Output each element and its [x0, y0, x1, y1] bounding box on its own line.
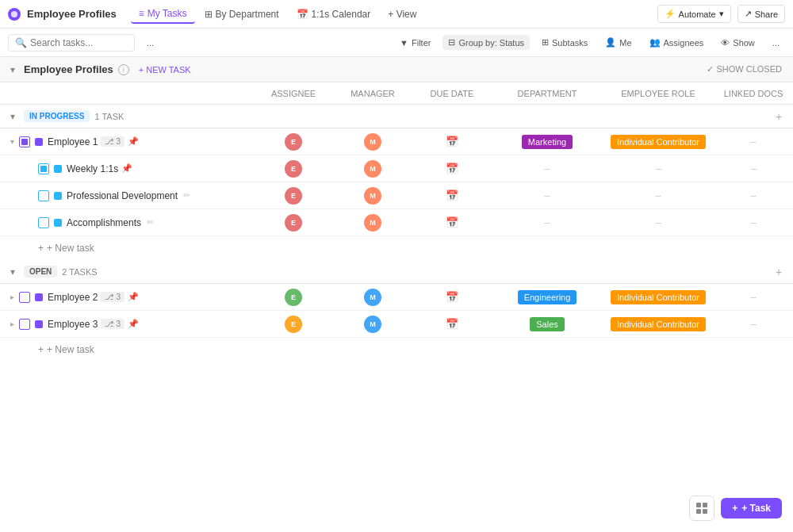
task-pin-icon-emp3[interactable]: 📌: [128, 319, 139, 330]
group-by-button[interactable]: ⊟ Group by: Status: [442, 35, 530, 50]
role-cell-emp2[interactable]: Individual Contributor: [603, 290, 714, 304]
assignee-cell-emp2[interactable]: E: [254, 289, 333, 306]
manager-cell-weekly[interactable]: M: [333, 160, 412, 178]
manager-cell-emp1[interactable]: M: [333, 133, 412, 151]
search-box[interactable]: 🔍: [8, 34, 135, 52]
manager-cell-emp3[interactable]: M: [333, 316, 412, 333]
task-expand-emp3[interactable]: ▸: [6, 319, 17, 330]
add-view-btn[interactable]: + View: [380, 6, 424, 23]
task-name-profdev: Professional Development: [67, 190, 178, 201]
me-button[interactable]: 👤 Me: [600, 35, 637, 50]
share-button[interactable]: ↗ Share: [737, 5, 785, 23]
due-date-cell-emp3[interactable]: 📅: [412, 318, 492, 330]
task-pin-icon-emp2[interactable]: 📌: [128, 292, 139, 303]
search-input[interactable]: [30, 37, 125, 48]
add-task-open-row[interactable]: + + New task: [0, 338, 793, 362]
task-color-dot-accomplishments: [54, 219, 62, 227]
group-add-task-in-progress[interactable]: +: [771, 109, 787, 124]
linked-docs-cell-emp3: –: [714, 318, 793, 330]
subtasks-button[interactable]: ⊞ Subtasks: [536, 35, 593, 50]
manager-avatar-emp1: M: [364, 133, 381, 151]
task-pin-icon-emp1[interactable]: 📌: [128, 136, 139, 147]
due-date-cell-weekly[interactable]: 📅: [412, 163, 492, 174]
task-checkbox-profdev[interactable]: [38, 190, 49, 201]
assignee-cell-emp1[interactable]: E: [254, 133, 333, 151]
dept-badge-emp3: Sales: [530, 317, 565, 331]
linked-docs-cell-emp2: –: [714, 291, 793, 303]
role-cell-emp1[interactable]: Individual Contributor: [603, 135, 714, 149]
task-checkbox-emp3[interactable]: [19, 319, 30, 330]
tab-11s-calendar[interactable]: 📅 1:1s Calendar: [289, 6, 379, 23]
list-new-task-button[interactable]: + NEW TASK: [134, 63, 196, 76]
show-closed-button[interactable]: ✓ SHOW CLOSED: [702, 63, 787, 76]
assignees-button[interactable]: 👥 Assignees: [644, 35, 710, 50]
filter-button[interactable]: ▼ Filter: [394, 36, 436, 50]
calendar-icon-emp3[interactable]: 📅: [446, 318, 458, 330]
automate-icon: ⚡: [665, 9, 676, 19]
group-add-task-open[interactable]: +: [771, 264, 787, 280]
department-cell-emp3[interactable]: Sales: [492, 317, 603, 331]
task-name-section: ▸ Employee 3 ⎇ 3 📌: [0, 319, 254, 330]
tab-my-tasks[interactable]: ≡ My Tasks: [131, 5, 195, 24]
nav-tabs: ≡ My Tasks ⊞ By Department 📅 1:1s Calend…: [131, 5, 425, 24]
task-checkbox-emp1[interactable]: [19, 136, 30, 147]
task-name-weekly: Weekly 1:1s: [67, 163, 118, 174]
fab-task-button[interactable]: + + Task: [721, 498, 782, 519]
list-header: ▾ Employee Profiles i + NEW TASK ✓ SHOW …: [0, 57, 793, 82]
automate-button[interactable]: ⚡ Automate ▾: [657, 5, 731, 23]
task-checkbox-weekly[interactable]: [38, 163, 49, 174]
subtask-count-emp3[interactable]: ⎇ 3: [101, 319, 125, 329]
department-cell-profdev: –: [492, 189, 603, 201]
calendar-icon-profdev[interactable]: 📅: [446, 189, 458, 201]
due-date-cell-emp2[interactable]: 📅: [412, 291, 492, 303]
group-collapse-open[interactable]: ▾: [6, 266, 19, 278]
status-badge-open[interactable]: OPEN: [24, 266, 57, 277]
list-collapse-button[interactable]: ▾: [6, 63, 19, 76]
due-date-cell-profdev[interactable]: 📅: [412, 189, 492, 201]
calendar-icon-emp1[interactable]: 📅: [446, 136, 458, 147]
subtask-count-emp1[interactable]: ⎇ 3: [101, 136, 125, 147]
task-edit-icon-profdev[interactable]: ✏: [181, 190, 192, 201]
task-pin-icon-weekly[interactable]: 📌: [121, 163, 132, 174]
task-checkbox-emp2[interactable]: [19, 292, 30, 303]
due-date-cell-accomplishments[interactable]: 📅: [412, 216, 492, 228]
add-task-in-progress-row[interactable]: + + New task: [0, 236, 793, 260]
fab-grid-button[interactable]: [689, 496, 714, 521]
calendar-icon-accomplishments[interactable]: 📅: [446, 216, 458, 228]
role-cell-emp3[interactable]: Individual Contributor: [603, 317, 714, 331]
toolbar: 🔍 ... ▼ Filter ⊟ Group by: Status ⊞ Subt…: [0, 29, 793, 57]
more-options-button[interactable]: ...: [141, 36, 159, 50]
task-color-dot-emp3: [35, 320, 43, 328]
task-checkbox-accomplishments[interactable]: [38, 217, 49, 228]
status-badge-in-progress[interactable]: IN PROGRESS: [24, 110, 90, 122]
assignee-cell-profdev[interactable]: E: [254, 187, 333, 205]
task-edit-icon-accomplishments[interactable]: ✏: [144, 217, 155, 228]
assignee-cell-weekly[interactable]: E: [254, 160, 333, 178]
filter-icon: ▼: [400, 38, 408, 48]
department-cell-emp2[interactable]: Engineering: [492, 290, 603, 304]
avatar-profdev: E: [285, 187, 302, 205]
group-collapse-in-progress[interactable]: ▾: [6, 110, 19, 123]
toolbar-more-button[interactable]: ...: [767, 36, 785, 50]
subtask-count-emp2[interactable]: ⎇ 3: [101, 292, 125, 302]
calendar-icon-weekly[interactable]: 📅: [446, 163, 458, 174]
manager-cell-profdev[interactable]: M: [333, 187, 412, 205]
calendar-icon-emp2[interactable]: 📅: [446, 291, 458, 303]
task-expand-emp2[interactable]: ▸: [6, 292, 17, 303]
manager-cell-accomplishments[interactable]: M: [333, 214, 412, 232]
top-bar-left: Employee Profiles ≡ My Tasks ⊞ By Depart…: [8, 5, 653, 24]
task-row: ▸ Professional Development ✏ E M 📅 – –: [0, 182, 793, 209]
show-button[interactable]: 👁 Show: [715, 36, 760, 50]
due-date-cell-emp1[interactable]: 📅: [412, 136, 492, 147]
role-badge-emp1: Individual Contributor: [611, 135, 706, 149]
tab-by-department[interactable]: ⊞ By Department: [197, 6, 287, 23]
department-cell-emp1[interactable]: Marketing: [492, 135, 603, 149]
task-color-dot-emp2: [35, 293, 43, 301]
group-icon: ⊟: [448, 37, 455, 48]
assignee-cell-accomplishments[interactable]: E: [254, 214, 333, 232]
task-expand-emp1[interactable]: ▾: [6, 136, 17, 147]
info-icon[interactable]: i: [118, 64, 129, 75]
assignee-cell-emp3[interactable]: E: [254, 316, 333, 333]
task-name-accomplishments: Accomplishments: [67, 217, 141, 228]
manager-cell-emp2[interactable]: M: [333, 289, 412, 306]
